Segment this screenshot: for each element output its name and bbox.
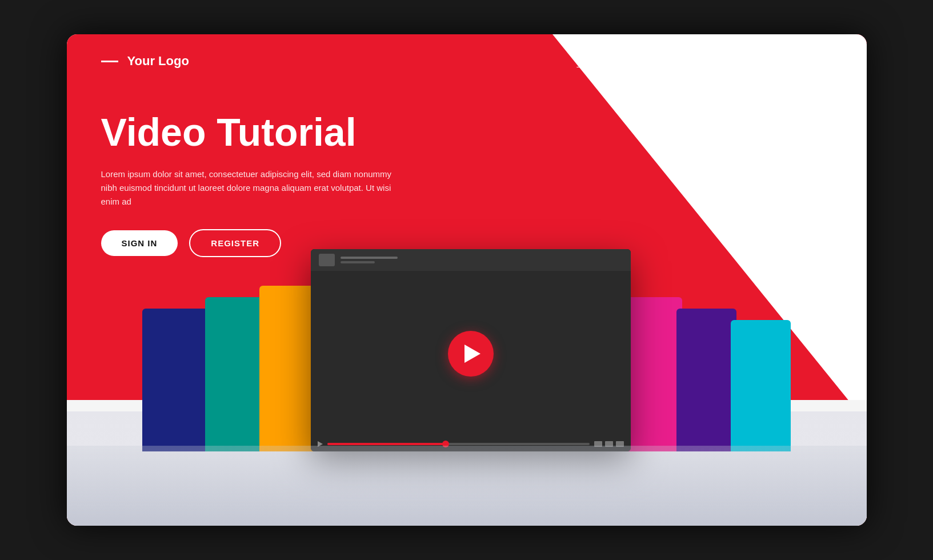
menu-button[interactable] bbox=[811, 50, 832, 72]
card-cyan bbox=[731, 320, 791, 451]
player-top-bar bbox=[311, 249, 631, 271]
card-teal bbox=[205, 297, 265, 451]
card-pink bbox=[622, 297, 682, 451]
hero-section: Video Tutorial Lorem ipsum dolor sit ame… bbox=[67, 88, 867, 257]
hamburger-line-3 bbox=[817, 64, 826, 65]
nav-service[interactable]: Service bbox=[686, 55, 720, 67]
video-player bbox=[311, 249, 631, 451]
progress-bar[interactable] bbox=[327, 443, 590, 445]
title-line-short bbox=[341, 261, 375, 263]
settings-icon[interactable] bbox=[616, 441, 624, 447]
nav-home[interactable]: Home bbox=[576, 55, 604, 67]
cards-container bbox=[67, 249, 867, 451]
title-line-long bbox=[341, 257, 398, 259]
nav-contact[interactable]: Contact bbox=[747, 55, 783, 67]
side-cards-left bbox=[142, 286, 319, 451]
player-screen bbox=[311, 271, 631, 437]
player-control-icons bbox=[594, 441, 624, 447]
logo-text: Your Logo bbox=[127, 54, 189, 69]
play-icon bbox=[465, 345, 480, 363]
video-player-container bbox=[311, 249, 631, 451]
play-button[interactable] bbox=[448, 331, 494, 377]
volume-icon[interactable] bbox=[594, 441, 602, 447]
card-purple bbox=[676, 309, 736, 451]
navbar: Your Logo Home About Service Contact bbox=[67, 34, 867, 88]
landing-page: Your Logo Home About Service Contact Vid… bbox=[67, 34, 867, 526]
progress-fill bbox=[327, 443, 446, 445]
hero-description: Lorem ipsum dolor sit amet, consectetuer… bbox=[101, 167, 398, 209]
hamburger-line-1 bbox=[817, 57, 826, 58]
player-controls bbox=[311, 437, 631, 451]
logo: Your Logo bbox=[101, 54, 189, 69]
nav-links: Home About Service Contact bbox=[576, 50, 832, 72]
nav-about[interactable]: About bbox=[631, 55, 658, 67]
fullscreen-icon[interactable] bbox=[605, 441, 613, 447]
hamburger-line-2 bbox=[817, 61, 826, 62]
player-title-lines bbox=[341, 257, 398, 263]
player-thumbnail-icon bbox=[319, 254, 335, 266]
browser-frame: Your Logo Home About Service Contact Vid… bbox=[67, 34, 867, 526]
progress-dot bbox=[442, 441, 449, 447]
small-play-icon[interactable] bbox=[318, 441, 323, 447]
logo-dash-icon bbox=[101, 61, 118, 62]
hero-title: Video Tutorial bbox=[101, 111, 444, 154]
side-cards-right bbox=[622, 297, 791, 451]
card-navy bbox=[142, 309, 211, 451]
